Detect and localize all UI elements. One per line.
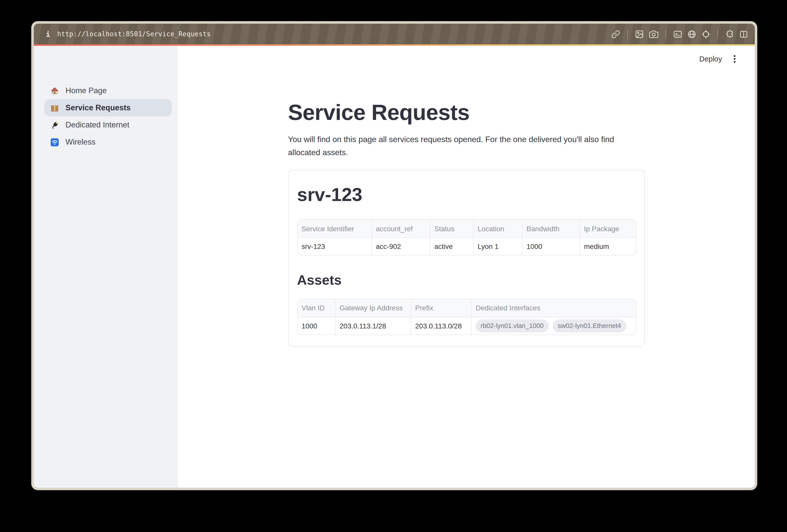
column-header: Prefix — [411, 299, 471, 317]
service-table-wrapper: Service Identifier account_ref Status Lo… — [297, 219, 636, 256]
table-cell: acc-902 — [371, 237, 430, 255]
info-icon: i — [46, 30, 50, 38]
sidebar-item-dedicated-internet[interactable]: Dedicated Internet — [44, 116, 172, 133]
toolbar-divider — [718, 29, 718, 39]
sidebar-item-service-requests[interactable]: Service Requests — [44, 99, 172, 116]
sidebar-item-label: Wireless — [65, 137, 95, 147]
column-header: Ip Package — [580, 220, 636, 237]
assets-table: Vlan ID Gateway Ip Address Prefix Dedica… — [298, 299, 636, 335]
service-table: Service Identifier account_ref Status Lo… — [298, 220, 636, 255]
camera-icon[interactable] — [649, 29, 659, 39]
assets-table-wrapper: Vlan ID Gateway Ip Address Prefix Dedica… — [297, 299, 636, 335]
globe-icon[interactable] — [687, 29, 696, 39]
package-icon — [50, 104, 59, 112]
columns-icon[interactable] — [739, 29, 748, 39]
table-cell: 203.0.113.1/28 — [335, 317, 411, 335]
image-icon[interactable] — [635, 29, 644, 39]
puzzle-icon[interactable] — [725, 29, 734, 39]
table-cell: active — [430, 237, 473, 255]
browser-window: i http://localhost:8501/Service_Requests — [31, 21, 757, 490]
sidebar-item-label: Service Requests — [65, 103, 131, 112]
table-cell: Lyon 1 — [473, 237, 522, 255]
plug-icon — [50, 121, 59, 129]
column-header: Dedicated Interfaces — [471, 299, 636, 317]
column-header: Bandwidth — [522, 220, 580, 237]
toolbar-divider — [627, 29, 628, 39]
sidebar-item-label: Dedicated Internet — [65, 121, 129, 129]
sidebar: Home Page Service Requests — [34, 46, 178, 488]
service-card: srv-123 Service Identifier — [288, 170, 645, 347]
table-cell: 1000 — [522, 237, 580, 255]
table-cell: 1000 — [298, 317, 335, 335]
crosshair-icon[interactable] — [701, 29, 710, 39]
table-row: 1000 203.0.113.1/28 203.0.113.0/28 rb02-… — [298, 317, 636, 335]
toolbar-divider — [665, 29, 666, 39]
table-cell: srv-123 — [298, 237, 371, 255]
main-area: Deploy Service Requests You will find on… — [178, 46, 755, 488]
table-row: srv-123 acc-902 active Lyon 1 1000 mediu… — [298, 237, 636, 255]
page-content: Service Requests You will find on this p… — [288, 46, 645, 347]
column-header: Gateway Ip Address — [335, 299, 411, 317]
interface-badge: sw02-lyn01.Ethernet4 — [553, 319, 626, 332]
sidebar-item-label: Home Page — [65, 86, 107, 95]
service-title: srv-123 — [297, 184, 636, 207]
app-header: Deploy — [178, 46, 755, 72]
url-field[interactable]: http://localhost:8501/Service_Requests — [57, 30, 211, 38]
browser-titlebar: i http://localhost:8501/Service_Requests — [34, 24, 755, 44]
browser-toolbar — [611, 29, 748, 39]
column-header: Location — [473, 220, 522, 237]
sidebar-item-home-page[interactable]: Home Page — [44, 82, 172, 99]
terminal-icon[interactable] — [673, 29, 682, 39]
page-title: Service Requests — [288, 98, 645, 126]
kebab-menu-icon[interactable] — [730, 54, 739, 64]
assets-title: Assets — [297, 272, 636, 290]
app-content: Home Page Service Requests — [34, 46, 755, 488]
table-cell: medium — [580, 237, 636, 255]
wireless-icon — [50, 138, 59, 146]
sidebar-item-wireless[interactable]: Wireless — [44, 133, 172, 151]
column-header: Vlan ID — [298, 299, 335, 317]
table-header-row: Service Identifier account_ref Status Lo… — [298, 220, 636, 237]
column-header: account_ref — [371, 220, 430, 237]
link-icon[interactable] — [611, 29, 620, 39]
house-icon — [50, 86, 59, 95]
column-header: Status — [430, 220, 473, 237]
screen: i http://localhost:8501/Service_Requests — [0, 0, 787, 532]
table-cell: 203.0.113.0/28 — [411, 317, 471, 335]
deploy-button[interactable]: Deploy — [699, 55, 722, 63]
table-header-row: Vlan ID Gateway Ip Address Prefix Dedica… — [298, 299, 636, 317]
page-description: You will find on this page all services … — [288, 133, 645, 159]
column-header: Service Identifier — [298, 220, 371, 237]
table-cell: rb02-lyn01.vlan_1000sw02-lyn01.Ethernet4 — [471, 317, 636, 335]
interface-badge: rb02-lyn01.vlan_1000 — [476, 319, 549, 332]
